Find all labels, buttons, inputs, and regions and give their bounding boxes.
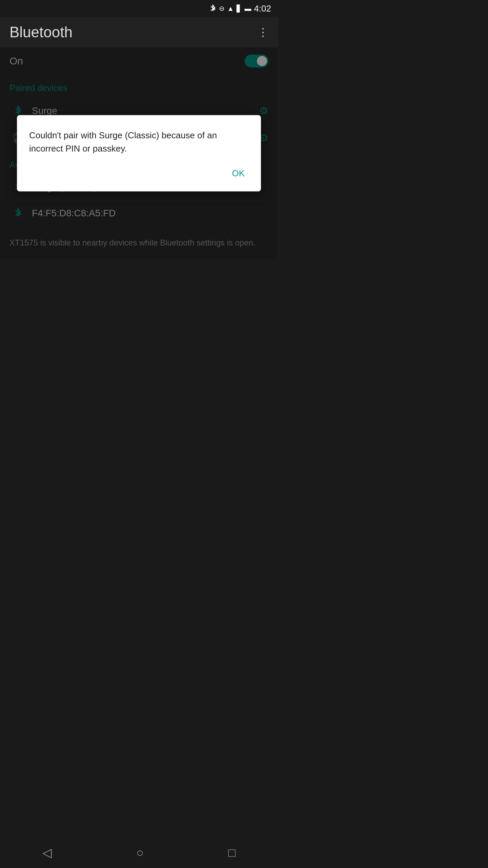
battery-icon: ▬ xyxy=(244,5,251,13)
do-not-disturb-icon: ⊖ xyxy=(219,4,225,13)
error-dialog-container: Couldn't pair with Surge (Classic) becau… xyxy=(17,115,261,192)
dialog-actions: OK xyxy=(29,165,249,181)
signal-icon: ▋ xyxy=(237,4,242,13)
dialog-ok-button[interactable]: OK xyxy=(228,165,249,181)
status-icons: ⊖ ▲ ▋ ▬ 4:02 xyxy=(209,3,271,14)
app-header: Bluetooth ⋮ xyxy=(0,17,278,47)
status-bar: ⊖ ▲ ▋ ▬ 4:02 xyxy=(0,0,278,17)
status-time: 4:02 xyxy=(254,3,271,14)
main-content: On Paired devices Surge ⚙ 🎧 CAR MULTIMED… xyxy=(0,47,278,259)
wifi-icon: ▲ xyxy=(227,5,234,13)
more-options-button[interactable]: ⋮ xyxy=(258,26,268,39)
error-dialog: Couldn't pair with Surge (Classic) becau… xyxy=(17,115,261,192)
dialog-message-text: Couldn't pair with Surge (Classic) becau… xyxy=(29,129,249,155)
bluetooth-status-icon xyxy=(209,4,216,13)
page-title: Bluetooth xyxy=(9,24,73,41)
